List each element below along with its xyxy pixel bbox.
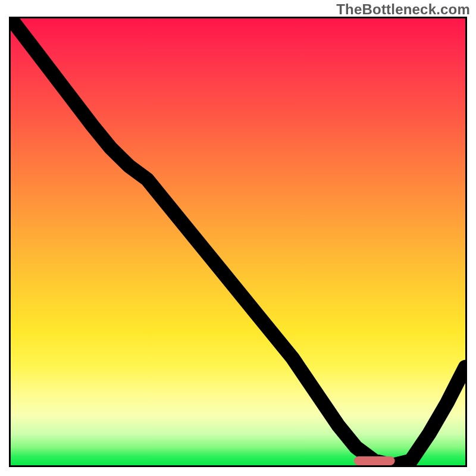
chart-frame: TheBottleneck.com <box>0 0 476 476</box>
plot-area <box>9 17 467 467</box>
bottleneck-curve <box>11 18 465 465</box>
curve-overlay <box>11 18 465 465</box>
optimal-marker <box>354 456 395 465</box>
watermark-text: TheBottleneck.com <box>336 1 470 18</box>
